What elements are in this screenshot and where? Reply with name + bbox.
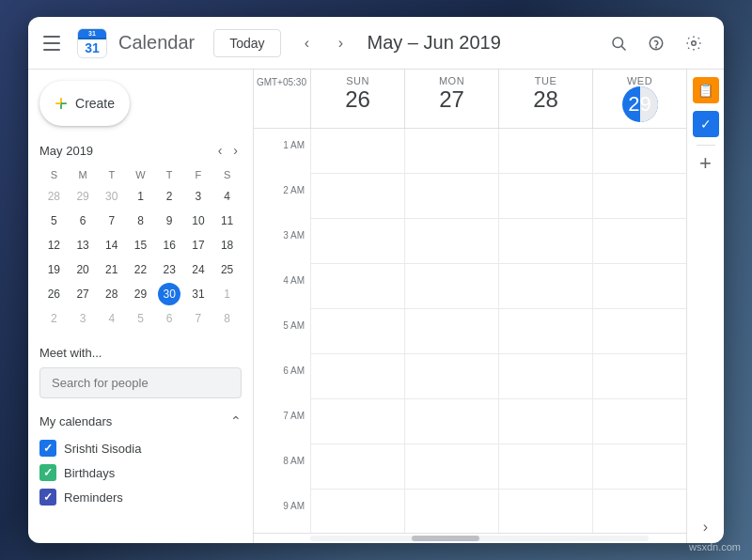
day-30-prev[interactable]: 30 xyxy=(101,185,123,208)
grid-cell-3-1[interactable] xyxy=(404,264,498,308)
day-23[interactable]: 23 xyxy=(158,258,180,281)
grid-cell-2-0[interactable] xyxy=(310,219,404,263)
day-2-next[interactable]: 2 xyxy=(42,307,65,330)
grid-cell-0-3[interactable] xyxy=(592,129,686,173)
mini-prev-arrow[interactable]: ‹ xyxy=(214,141,227,160)
day-26[interactable]: 26 xyxy=(42,283,65,305)
day-9[interactable]: 9 xyxy=(158,210,180,232)
grid-cell-1-3[interactable] xyxy=(592,174,686,218)
grid-cell-8-3[interactable] xyxy=(592,490,686,533)
grid-cell-8-2[interactable] xyxy=(498,490,592,533)
grid-cell-2-3[interactable] xyxy=(592,219,686,263)
day-2[interactable]: 2 xyxy=(158,185,180,208)
create-button[interactable]: + Create xyxy=(39,81,130,126)
grid-cell-3-3[interactable] xyxy=(592,264,686,308)
grid-cell-8-0[interactable] xyxy=(310,490,404,533)
day-4[interactable]: 4 xyxy=(216,185,239,208)
day-5[interactable]: 5 xyxy=(42,210,65,232)
day-8[interactable]: 8 xyxy=(129,210,151,232)
day-17[interactable]: 17 xyxy=(187,234,210,257)
day-4-next[interactable]: 4 xyxy=(101,307,123,330)
right-icon-check[interactable]: ✓ xyxy=(693,111,719,137)
search-people-input[interactable] xyxy=(39,367,242,398)
expand-arrow[interactable]: › xyxy=(703,519,708,543)
right-icon-task[interactable]: 📋 xyxy=(693,77,719,103)
grid-cell-4-1[interactable] xyxy=(404,309,498,353)
grid-cell-6-1[interactable] xyxy=(404,399,498,443)
grid-cell-2-2[interactable] xyxy=(498,219,592,263)
calendars-toggle[interactable]: ⌃ xyxy=(230,413,242,428)
day-21[interactable]: 21 xyxy=(101,258,123,281)
next-arrow[interactable]: › xyxy=(326,28,356,58)
calendar-item-srishti[interactable]: ✓ Srishti Sisodia xyxy=(39,436,242,460)
search-icon[interactable] xyxy=(603,28,634,58)
day-11[interactable]: 11 xyxy=(216,210,239,232)
day-13[interactable]: 13 xyxy=(71,234,94,257)
day-5-next[interactable]: 5 xyxy=(129,307,151,330)
day-6[interactable]: 6 xyxy=(71,210,94,232)
grid-cell-7-2[interactable] xyxy=(498,444,592,489)
day-16[interactable]: 16 xyxy=(158,234,180,257)
hamburger-menu[interactable] xyxy=(43,32,66,54)
calendar-item-reminders[interactable]: ✓ Reminders xyxy=(39,485,242,509)
settings-icon[interactable] xyxy=(679,28,709,58)
grid-cell-1-0[interactable] xyxy=(310,174,404,218)
day-22[interactable]: 22 xyxy=(129,258,151,281)
grid-cell-4-2[interactable] xyxy=(498,309,592,353)
day-20[interactable]: 20 xyxy=(71,258,94,281)
grid-cell-4-0[interactable] xyxy=(310,309,404,353)
grid-cell-7-0[interactable] xyxy=(310,444,404,489)
time-2am: 2 AM xyxy=(254,191,310,236)
grid-cell-3-0[interactable] xyxy=(310,264,404,308)
day-1[interactable]: 1 xyxy=(129,185,151,208)
day-29-prev[interactable]: 29 xyxy=(71,185,94,208)
grid-cell-8-1[interactable] xyxy=(404,490,498,533)
day-12[interactable]: 12 xyxy=(42,234,65,257)
grid-cell-6-3[interactable] xyxy=(592,399,686,443)
day-6-next[interactable]: 6 xyxy=(158,307,180,330)
day-14[interactable]: 14 xyxy=(101,234,123,257)
grid-cell-3-2[interactable] xyxy=(498,264,592,308)
grid-cell-7-3[interactable] xyxy=(592,444,686,489)
day-28-prev[interactable]: 28 xyxy=(42,185,65,208)
prev-arrow[interactable]: ‹ xyxy=(292,28,322,58)
grid-cell-5-3[interactable] xyxy=(592,354,686,398)
right-plus-icon[interactable]: + xyxy=(699,153,712,174)
day-28[interactable]: 28 xyxy=(101,283,123,305)
grid-cell-1-1[interactable] xyxy=(404,174,498,218)
day-27[interactable]: 27 xyxy=(71,283,94,305)
mini-next-arrow[interactable]: › xyxy=(229,141,242,160)
grid-cell-0-2[interactable] xyxy=(498,129,592,173)
day-31[interactable]: 31 xyxy=(187,283,210,305)
grid-cell-0-0[interactable] xyxy=(310,129,404,173)
grid-cell-6-2[interactable] xyxy=(498,399,592,443)
grid-cell-2-1[interactable] xyxy=(404,219,498,263)
day-8-next[interactable]: 8 xyxy=(216,307,239,330)
day-10[interactable]: 10 xyxy=(187,210,210,232)
day-3[interactable]: 3 xyxy=(187,185,210,208)
day-19[interactable]: 19 xyxy=(42,258,65,281)
day-3-next[interactable]: 3 xyxy=(71,307,94,330)
day-7-next[interactable]: 7 xyxy=(187,307,210,330)
grid-cell-4-3[interactable] xyxy=(592,309,686,353)
grid-cell-1-2[interactable] xyxy=(498,174,592,218)
day-18[interactable]: 18 xyxy=(216,234,239,257)
day-1-next[interactable]: 1 xyxy=(216,283,239,305)
grid-cell-5-0[interactable] xyxy=(310,354,404,398)
grid-cell-5-1[interactable] xyxy=(404,354,498,398)
calendar-item-birthdays[interactable]: ✓ Birthdays xyxy=(39,460,242,485)
main-content: + Create May 2019 ‹ › S M T xyxy=(28,70,724,543)
day-15[interactable]: 15 xyxy=(129,234,151,257)
day-30-today[interactable]: 30 xyxy=(158,283,180,305)
help-icon[interactable] xyxy=(641,28,671,58)
day-24[interactable]: 24 xyxy=(187,258,210,281)
day-29[interactable]: 29 xyxy=(129,283,151,305)
day-7[interactable]: 7 xyxy=(101,210,123,232)
grid-cell-0-1[interactable] xyxy=(404,129,498,173)
horiz-scrollbar[interactable] xyxy=(310,536,649,541)
grid-cell-5-2[interactable] xyxy=(498,354,592,398)
grid-cell-7-1[interactable] xyxy=(404,444,498,489)
grid-cell-6-0[interactable] xyxy=(310,399,404,443)
day-25[interactable]: 25 xyxy=(216,258,239,281)
today-button[interactable]: Today xyxy=(213,29,280,57)
